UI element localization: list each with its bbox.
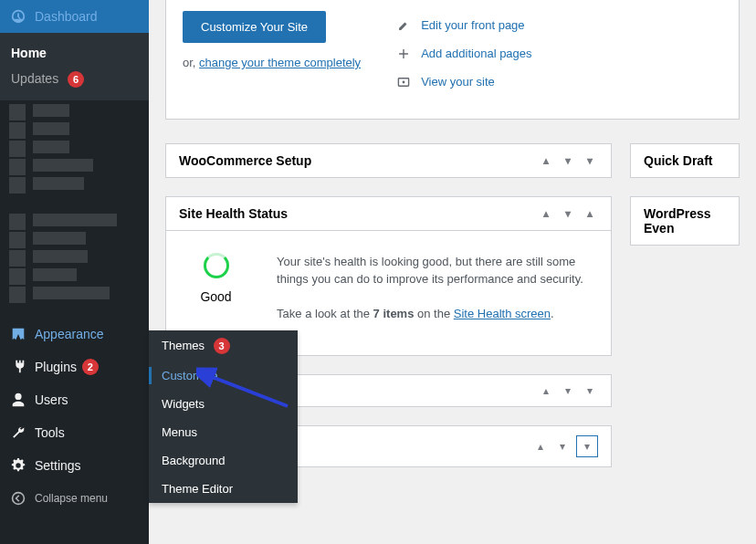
health-items-count: 7 items — [373, 307, 415, 320]
view-icon — [397, 76, 412, 89]
panel-title: Site Health Status — [179, 206, 288, 221]
link-label: View your site — [421, 68, 495, 96]
appearance-submenu-flyout: Themes 3 Customize Widgets Menus Backgro… — [149, 330, 298, 503]
health-status-label: Good — [200, 289, 231, 304]
panel-move-up-icon[interactable]: ▴ — [532, 440, 549, 453]
submenu-item-customize[interactable]: Customize — [149, 361, 298, 390]
sidebar-item-label: Tools — [35, 425, 65, 440]
panel-title: WordPress Even — [644, 206, 726, 235]
admin-sidebar: Dashboard Home Updates 6 Appearance Plug… — [0, 0, 149, 544]
panel-title: WooCommerce Setup — [179, 153, 311, 168]
txt: Take a look at the — [277, 307, 373, 320]
sidebar-item-collapse[interactable]: Collapse menu — [0, 482, 149, 515]
updates-count-badge: 6 — [68, 71, 84, 88]
or-prefix: or, — [183, 56, 199, 69]
health-gauge-circle-icon — [204, 253, 229, 278]
submenu-item-themes[interactable]: Themes 3 — [149, 330, 298, 361]
sidebar-item-label: Settings — [35, 458, 81, 473]
themes-count-badge: 3 — [214, 338, 230, 354]
change-theme-link[interactable]: change your theme completely — [199, 56, 361, 69]
quick-links: Edit your front page Add additional page… — [397, 11, 722, 97]
panel-move-down-icon[interactable]: ▾ — [560, 154, 576, 167]
panel-toggle-icon[interactable]: ▴ — [582, 207, 598, 220]
panel-toggle-icon[interactable]: ▾ — [582, 154, 598, 167]
panel-toggle-icon[interactable]: ▾ — [582, 384, 598, 397]
plugins-icon — [9, 358, 27, 376]
sidebar-item-users[interactable]: Users — [0, 383, 149, 416]
panel-title: Quick Draft — [644, 153, 712, 168]
sidebar-item-label: Plugins — [35, 360, 77, 374]
collapse-icon — [9, 489, 27, 507]
submenu-item-background[interactable]: Background — [149, 446, 298, 475]
customize-site-button[interactable]: Customize Your Site — [183, 11, 326, 43]
sidebar-item-label: Users — [35, 392, 68, 407]
edit-icon — [397, 19, 412, 32]
submenu-item-theme-editor[interactable]: Theme Editor — [149, 475, 298, 503]
tools-icon — [9, 424, 27, 442]
sidebar-item-plugins[interactable]: Plugins 2 — [0, 350, 149, 383]
health-paragraph-1: Your site's health is looking good, but … — [277, 253, 594, 288]
health-description: Your site's health is looking good, but … — [277, 253, 594, 340]
plugins-count-badge: 2 — [82, 359, 99, 375]
add-pages-link[interactable]: Add additional pages — [397, 39, 722, 68]
sidebar-item-tools[interactable]: Tools — [0, 416, 149, 449]
sidebar-subitem-updates[interactable]: Updates 6 — [0, 66, 149, 93]
plus-icon — [397, 47, 412, 60]
appearance-icon — [9, 325, 27, 343]
txt: on the — [414, 307, 453, 320]
or-change-theme-text: or, change your theme completely — [183, 56, 361, 69]
link-label: Add additional pages — [421, 39, 531, 68]
quick-draft-panel: Quick Draft — [630, 143, 740, 178]
sidebar-item-dashboard[interactable]: Dashboard — [0, 0, 149, 33]
sidebar-obscured-section-1 — [0, 100, 149, 197]
txt: . — [551, 307, 554, 320]
sidebar-dashboard-submenu: Home Updates 6 — [0, 33, 149, 100]
svg-point-0 — [13, 493, 25, 505]
svg-point-3 — [403, 81, 405, 84]
health-paragraph-2: Take a look at the 7 items on the Site H… — [277, 305, 594, 323]
panel-move-down-icon[interactable]: ▾ — [560, 207, 576, 220]
site-health-screen-link[interactable]: Site Health screen — [454, 307, 551, 320]
sidebar-item-appearance[interactable]: Appearance — [0, 318, 149, 350]
panel-move-up-icon[interactable]: ▴ — [538, 384, 554, 397]
settings-icon — [9, 456, 27, 475]
side-panel-column: Quick Draft WordPress Even — [630, 143, 740, 468]
sidebar-obscured-section-2 — [0, 210, 149, 307]
panel-move-down-icon[interactable]: ▾ — [560, 384, 576, 397]
submenu-item-widgets[interactable]: Widgets — [149, 390, 298, 418]
welcome-panel: Customize Your Site or, change your them… — [165, 0, 740, 120]
wordpress-events-panel: WordPress Even — [630, 196, 740, 246]
dashboard-icon — [9, 7, 27, 26]
panel-move-up-icon[interactable]: ▴ — [538, 154, 554, 167]
sidebar-subitem-home[interactable]: Home — [0, 40, 149, 66]
submenu-label: Themes — [162, 339, 205, 352]
woocommerce-setup-panel: WooCommerce Setup ▴ ▾ ▾ — [165, 143, 612, 178]
view-site-link[interactable]: View your site — [397, 68, 722, 96]
health-gauge: Good — [183, 253, 249, 340]
panel-move-up-icon[interactable]: ▴ — [538, 207, 554, 220]
panel-move-down-icon[interactable]: ▾ — [554, 440, 571, 453]
panel-toggle-icon[interactable]: ▾ — [576, 435, 598, 457]
link-label: Edit your front page — [421, 11, 524, 39]
sidebar-item-label: Appearance — [35, 327, 104, 341]
edit-front-page-link[interactable]: Edit your front page — [397, 11, 722, 39]
sidebar-item-label: Dashboard — [35, 9, 98, 24]
sidebar-item-settings[interactable]: Settings — [0, 449, 149, 482]
users-icon — [9, 391, 27, 409]
submenu-item-menus[interactable]: Menus — [149, 418, 298, 446]
sidebar-subitem-label: Updates — [11, 71, 58, 86]
sidebar-item-label: Collapse menu — [35, 492, 108, 505]
